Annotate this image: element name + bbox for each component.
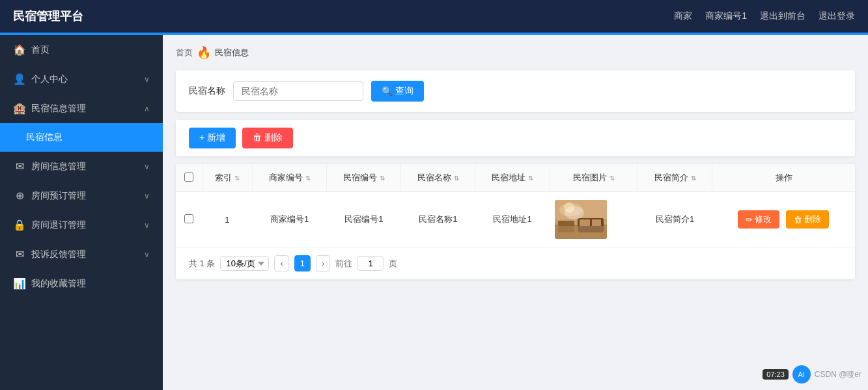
col-actions: 操作 bbox=[712, 164, 855, 192]
sidebar-item-room-mgmt[interactable]: ✉ 房间信息管理 ∨ bbox=[0, 152, 163, 181]
svg-rect-8 bbox=[592, 219, 601, 226]
add-button[interactable]: + 新增 bbox=[189, 128, 236, 148]
breadcrumb-separator-icon: 🔥 bbox=[197, 46, 211, 60]
complaint-arrow-icon: ∨ bbox=[144, 250, 150, 259]
sidebar-item-checkin-mgmt[interactable]: 🔒 房间退订管理 ∨ bbox=[0, 210, 163, 240]
header-back-btn[interactable]: 退出到前台 bbox=[760, 10, 805, 22]
row-minsu-addr-cell: 民宿地址1 bbox=[475, 192, 550, 247]
data-table: 索引 ⇅ 商家编号 ⇅ 民宿编号 bbox=[176, 164, 855, 279]
delete-btn-label: 🗑 删除 bbox=[253, 132, 283, 144]
minsu-desc-sort-icon: ⇅ bbox=[691, 174, 696, 182]
room-mgmt-arrow-icon: ∨ bbox=[144, 162, 150, 171]
page-suffix: 页 bbox=[389, 258, 397, 270]
booking-arrow-icon: ∨ bbox=[144, 191, 150, 201]
row-delete-icon: 🗑 bbox=[794, 215, 802, 225]
current-page-button[interactable]: 1 bbox=[294, 255, 311, 272]
prev-page-icon: ‹ bbox=[280, 258, 283, 268]
sidebar-item-home-label: 首页 bbox=[31, 44, 49, 56]
col-index[interactable]: 索引 ⇅ bbox=[202, 164, 253, 192]
header-user-id[interactable]: 商家编号1 bbox=[705, 10, 747, 22]
bulk-delete-button[interactable]: 🗑 删除 bbox=[242, 128, 293, 148]
row-image-cell bbox=[550, 192, 637, 247]
sidebar-item-booking-label: 房间预订管理 bbox=[31, 190, 86, 202]
row-checkbox-cell bbox=[176, 192, 202, 247]
sidebar-item-checkin-label: 房间退订管理 bbox=[31, 219, 86, 231]
checkin-icon: 🔒 bbox=[13, 219, 26, 231]
edit-button[interactable]: ✏ 修改 bbox=[738, 210, 779, 229]
minsu-name-sort-icon: ⇅ bbox=[454, 174, 459, 182]
sidebar-item-booking-mgmt[interactable]: ⊕ 房间预订管理 ∨ bbox=[0, 181, 163, 210]
time-display: 07:23 bbox=[763, 369, 789, 380]
app-title: 民宿管理平台 bbox=[13, 8, 83, 24]
svg-point-3 bbox=[564, 202, 574, 213]
header-logout-btn[interactable]: 退出登录 bbox=[819, 10, 855, 22]
row-delete-button[interactable]: 🗑 删除 bbox=[786, 210, 829, 229]
edit-icon: ✏ bbox=[746, 215, 753, 225]
breadcrumb-home[interactable]: 首页 bbox=[176, 47, 193, 59]
minsu-img-sort-icon: ⇅ bbox=[609, 174, 615, 182]
collection-icon: 📊 bbox=[13, 277, 26, 290]
next-page-button[interactable]: › bbox=[316, 255, 330, 272]
minsu-mgmt-icon: 🏨 bbox=[13, 102, 26, 115]
minsu-addr-sort-icon: ⇅ bbox=[528, 174, 533, 182]
col-minsu-id[interactable]: 民宿编号 ⇅ bbox=[327, 164, 401, 192]
sidebar: 🏠 首页 👤 个人中心 ∨ 🏨 民宿信息管理 ∧ 民宿信息 ✉ 房间信息管理 bbox=[0, 35, 163, 390]
action-bar: + 新增 🗑 删除 bbox=[176, 120, 855, 156]
breadcrumb: 首页 🔥 民宿信息 bbox=[176, 46, 855, 60]
add-btn-label: + 新增 bbox=[199, 132, 225, 144]
sidebar-item-complaint-mgmt[interactable]: ✉ 投诉反馈管理 ∨ bbox=[0, 240, 163, 269]
avatar: AI bbox=[792, 365, 811, 383]
goto-label: 前往 bbox=[335, 258, 352, 270]
search-icon: 🔍 bbox=[382, 86, 393, 96]
goto-input[interactable] bbox=[357, 256, 384, 271]
col-merchant-id[interactable]: 商家编号 ⇅ bbox=[253, 164, 327, 192]
sidebar-item-personal[interactable]: 👤 个人中心 ∨ bbox=[0, 64, 163, 94]
total-count: 共 1 条 bbox=[189, 258, 215, 270]
row-index-cell: 1 bbox=[202, 192, 253, 247]
row-minsu-desc-cell: 民宿简介1 bbox=[637, 192, 712, 247]
col-minsu-addr[interactable]: 民宿地址 ⇅ bbox=[475, 164, 550, 192]
sidebar-item-collection-mgmt[interactable]: 📊 我的收藏管理 bbox=[0, 269, 163, 298]
svg-rect-5 bbox=[558, 221, 574, 232]
search-input[interactable] bbox=[233, 81, 363, 101]
query-btn-label: 查询 bbox=[395, 85, 413, 97]
table-header-row: 索引 ⇅ 商家编号 ⇅ 民宿编号 bbox=[176, 164, 855, 192]
sidebar-item-minsu-mgmt[interactable]: 🏨 民宿信息管理 ∧ bbox=[0, 94, 163, 123]
watermark: 07:23 AI CSDN @嗖er bbox=[763, 365, 861, 383]
svg-rect-7 bbox=[580, 219, 590, 226]
row-merchant-id-cell: 商家编号1 bbox=[253, 192, 327, 247]
search-bar: 民宿名称 🔍 查询 bbox=[176, 70, 855, 112]
person-icon: 👤 bbox=[13, 73, 26, 85]
edit-btn-label: 修改 bbox=[755, 214, 772, 225]
next-page-icon: › bbox=[322, 258, 324, 268]
header-nav: 商家 商家编号1 退出到前台 退出登录 bbox=[674, 10, 855, 22]
sidebar-item-collection-label: 我的收藏管理 bbox=[31, 278, 86, 290]
complaint-icon: ✉ bbox=[13, 248, 26, 260]
sidebar-item-minsu-info[interactable]: 民宿信息 bbox=[0, 123, 163, 152]
prev-page-button[interactable]: ‹ bbox=[274, 255, 288, 272]
col-minsu-img[interactable]: 民宿图片 ⇅ bbox=[550, 164, 637, 192]
header: 民宿管理平台 商家 商家编号1 退出到前台 退出登录 bbox=[0, 0, 868, 33]
main-layout: 🏠 首页 👤 个人中心 ∨ 🏨 民宿信息管理 ∧ 民宿信息 ✉ 房间信息管理 bbox=[0, 35, 868, 390]
select-all-checkbox[interactable] bbox=[184, 173, 193, 182]
sidebar-item-complaint-label: 投诉反馈管理 bbox=[31, 249, 86, 260]
content-area: 首页 🔥 民宿信息 民宿名称 🔍 查询 + 新增 🗑 删除 bbox=[163, 35, 868, 390]
sidebar-item-home[interactable]: 🏠 首页 bbox=[0, 35, 163, 64]
row-minsu-id-cell: 民宿编号1 bbox=[327, 192, 401, 247]
col-minsu-desc[interactable]: 民宿简介 ⇅ bbox=[637, 164, 712, 192]
row-checkbox[interactable] bbox=[184, 214, 193, 223]
search-label: 民宿名称 bbox=[189, 85, 225, 97]
minsu-image bbox=[555, 200, 607, 239]
sidebar-item-personal-label: 个人中心 bbox=[31, 74, 68, 85]
current-page-num: 1 bbox=[300, 258, 305, 268]
header-user-label: 商家 bbox=[674, 10, 692, 22]
svg-rect-4 bbox=[555, 225, 607, 239]
pagination: 共 1 条 10条/页 20条/页 50条/页 ‹ 1 › 前往 页 bbox=[176, 247, 855, 279]
page-size-select[interactable]: 10条/页 20条/页 50条/页 bbox=[220, 256, 269, 271]
breadcrumb-current: 民宿信息 bbox=[215, 47, 249, 59]
row-minsu-name-cell: 民宿名称1 bbox=[401, 192, 475, 247]
row-actions-cell: ✏ 修改 🗑 删除 bbox=[712, 192, 855, 247]
home-icon: 🏠 bbox=[13, 44, 26, 56]
col-minsu-name[interactable]: 民宿名称 ⇅ bbox=[401, 164, 475, 192]
query-button[interactable]: 🔍 查询 bbox=[371, 81, 424, 102]
